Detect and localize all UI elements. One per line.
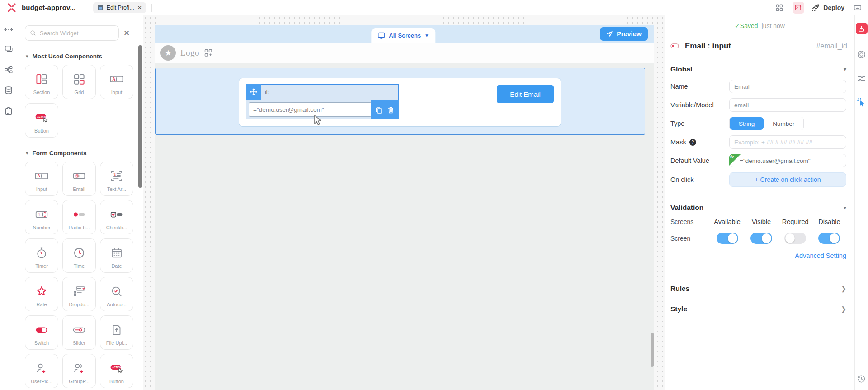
search-icon bbox=[30, 30, 36, 36]
settings-sliders-icon[interactable] bbox=[857, 75, 866, 82]
mask-label: Mask bbox=[670, 138, 686, 146]
widget-card-time[interactable]: Time bbox=[62, 238, 96, 273]
drag-handle[interactable] bbox=[246, 84, 261, 100]
widget-card-grid[interactable]: Grid bbox=[62, 65, 96, 99]
keyboard-shortcuts-icon[interactable] bbox=[852, 2, 863, 14]
widget-card-date[interactable]: Date bbox=[100, 238, 133, 273]
chevron-down-icon: ▾ bbox=[844, 66, 846, 72]
form-section-header[interactable]: ▾ Form Components bbox=[26, 150, 143, 157]
widget-card-button[interactable]: ACTION Button bbox=[100, 354, 133, 388]
card-label: Grid bbox=[75, 90, 84, 95]
mask-field[interactable] bbox=[729, 135, 846, 149]
rules-row[interactable]: Rules ❯ bbox=[670, 279, 846, 299]
svg-text:A: A bbox=[37, 173, 41, 178]
name-field[interactable] bbox=[729, 80, 846, 93]
validation-grid: Screens Available Visible Required Disab… bbox=[670, 218, 846, 244]
resize-width-icon[interactable] bbox=[4, 26, 13, 33]
widget-id: #email_id bbox=[816, 42, 847, 50]
tab-edit-profile[interactable]: Edit Profi... ✕ bbox=[93, 2, 146, 13]
search-clear-icon[interactable]: ✕ bbox=[123, 29, 130, 37]
widget-card-email[interactable]: @ Email bbox=[62, 162, 96, 196]
widget-card-input[interactable]: A Input bbox=[100, 65, 133, 99]
toggle-visible[interactable] bbox=[750, 233, 772, 244]
widget-card-number[interactable]: 1 Number bbox=[25, 200, 58, 234]
form-row-container[interactable]: il: ="demo.user@gmail.com" bbox=[239, 78, 561, 127]
email-widget-input[interactable]: ="demo.user@gmail.com" bbox=[249, 102, 372, 117]
widget-card-section[interactable]: Section bbox=[25, 65, 58, 99]
advanced-setting-link[interactable]: Advanced Setting bbox=[670, 252, 846, 259]
default-value-field[interactable] bbox=[729, 154, 846, 167]
interface-grid-icon[interactable] bbox=[774, 2, 785, 14]
svg-text:T: T bbox=[113, 172, 117, 176]
widget-card-dropdown[interactable]: Dropdo... bbox=[62, 277, 96, 311]
variable-field[interactable] bbox=[729, 98, 846, 112]
widget-search[interactable] bbox=[25, 25, 119, 41]
group-title: Validation bbox=[670, 204, 703, 212]
selected-form-section[interactable]: il: ="demo.user@gmail.com" bbox=[155, 68, 645, 135]
widget-card-grouppicker[interactable]: GroupP... bbox=[62, 354, 96, 388]
preview-button[interactable]: Preview bbox=[600, 27, 648, 41]
send-icon bbox=[606, 31, 613, 38]
saved-time: just now bbox=[762, 22, 785, 29]
artboard[interactable]: All Screens ▼ Preview ★ Logo bbox=[155, 25, 654, 390]
global-section-header[interactable]: Global ▾ bbox=[670, 65, 846, 73]
date-icon bbox=[110, 246, 123, 260]
database-icon[interactable] bbox=[4, 86, 13, 95]
widget-card-switch[interactable]: Switch bbox=[25, 315, 58, 350]
inspect-eye-icon[interactable] bbox=[857, 50, 866, 59]
create-onclick-action-button[interactable]: + Create on click action bbox=[729, 172, 846, 187]
textarea-icon: T bbox=[109, 169, 124, 183]
widget-card-radio[interactable]: Radio b... bbox=[62, 200, 96, 234]
widget-card-textarea[interactable]: T Text Ar... bbox=[100, 162, 133, 196]
widget-card-rate[interactable]: Rate bbox=[25, 277, 58, 311]
duplicate-icon[interactable] bbox=[375, 106, 382, 114]
selected-email-widget[interactable]: il: ="demo.user@gmail.com" bbox=[246, 84, 399, 119]
sidebar-scrollbar[interactable] bbox=[138, 45, 142, 188]
canvas-scrollbar[interactable] bbox=[651, 333, 654, 367]
widget-card-autocomplete[interactable]: Autoco... bbox=[100, 277, 133, 311]
toggle-disable[interactable] bbox=[818, 233, 840, 244]
screen-tab-icon bbox=[97, 5, 104, 11]
widget-card-fileupload[interactable]: File Upl... bbox=[100, 315, 133, 350]
toggle-available[interactable] bbox=[717, 233, 738, 244]
section-icon bbox=[35, 72, 48, 86]
card-label: Timer bbox=[35, 263, 48, 269]
help-icon[interactable]: ? bbox=[689, 139, 696, 146]
history-icon[interactable] bbox=[857, 374, 866, 384]
screens-stack-icon[interactable] bbox=[4, 44, 13, 53]
save-status: ✓Saved just now bbox=[665, 15, 854, 36]
all-screens-dropdown[interactable]: All Screens ▼ bbox=[371, 28, 435, 43]
add-component-icon[interactable] bbox=[204, 48, 213, 57]
widget-card-userpicker[interactable]: UserPic... bbox=[25, 354, 58, 388]
most-used-section-header[interactable]: ▾ Most Used Components bbox=[26, 53, 143, 60]
search-input[interactable] bbox=[40, 30, 108, 37]
app-logo-icon[interactable] bbox=[6, 2, 17, 13]
widget-card-button[interactable]: ACTION Button bbox=[25, 103, 58, 138]
widget-card-timer[interactable]: Timer bbox=[25, 238, 58, 273]
ai-cursor-icon[interactable] bbox=[857, 98, 866, 107]
tab-close-icon[interactable]: ✕ bbox=[137, 5, 142, 11]
widget-card-checkbox[interactable]: Checkb... bbox=[100, 200, 133, 234]
validation-section-header[interactable]: Validation ▾ bbox=[670, 204, 846, 212]
edit-email-button[interactable]: Edit Email bbox=[497, 85, 554, 103]
rocket-icon bbox=[811, 3, 820, 12]
deploy-button[interactable]: Deploy bbox=[811, 3, 844, 12]
monitor-icon bbox=[377, 32, 385, 39]
clipboard-icon[interactable] bbox=[5, 107, 13, 116]
type-option-number[interactable]: Number bbox=[764, 117, 803, 130]
widget-card-input[interactable]: A Input bbox=[25, 162, 58, 196]
style-row[interactable]: Style ❯ bbox=[670, 299, 846, 319]
delete-icon[interactable] bbox=[387, 106, 394, 114]
app-title[interactable]: budget-approv... bbox=[22, 4, 76, 11]
workflow-nodes-icon[interactable] bbox=[4, 65, 13, 74]
toggle-required[interactable] bbox=[784, 233, 806, 244]
time-icon bbox=[72, 246, 86, 260]
type-option-string[interactable]: String bbox=[730, 117, 764, 130]
screen-editor-icon[interactable] bbox=[793, 2, 804, 14]
user-plus-icon bbox=[35, 361, 48, 375]
type-label: Type bbox=[670, 120, 729, 127]
timer-icon bbox=[35, 246, 48, 260]
group-plus-icon bbox=[72, 361, 86, 375]
widget-card-slider[interactable]: Slider bbox=[62, 315, 96, 350]
import-tray-icon[interactable] bbox=[856, 23, 868, 34]
